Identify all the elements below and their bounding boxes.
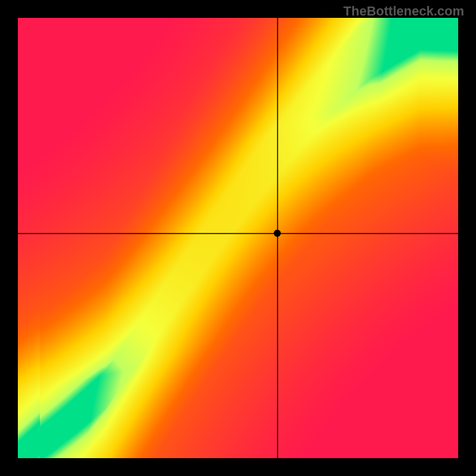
watermark-text: TheBottleneck.com (343, 4, 464, 19)
bottleneck-heatmap (18, 18, 458, 458)
chart-container: TheBottleneck.com (0, 0, 476, 476)
